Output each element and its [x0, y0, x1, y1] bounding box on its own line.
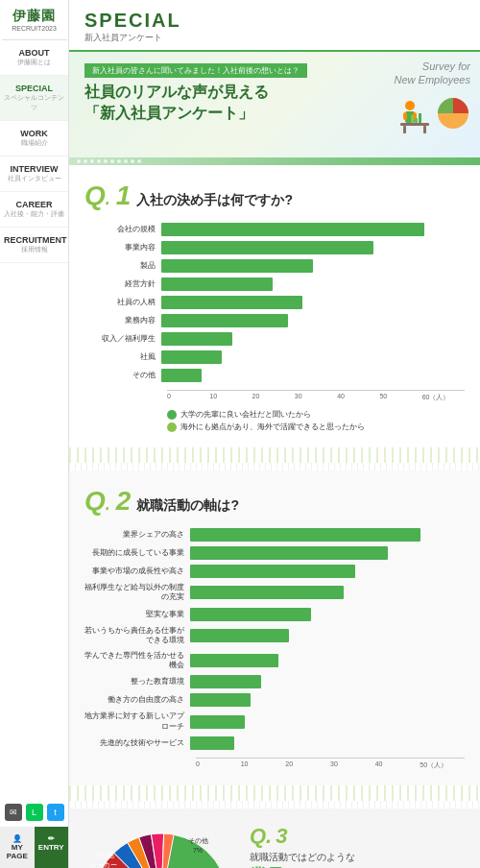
- sidebar: 伊藤園 RECRUIT2023 ABOUT 伊藤園とは SPECIAL スペシャ…: [0, 0, 69, 868]
- sidebar-item-recruitment[interactable]: RECRUITMENT 採用情報: [0, 228, 68, 263]
- q3-digit: 3: [276, 824, 287, 849]
- sidebar-item-special[interactable]: SPECIAL スペシャルコンテンツ: [0, 76, 68, 121]
- bar-label: 堅実な事業: [84, 610, 190, 619]
- nav-label-work: WORK: [4, 129, 64, 138]
- bar-row: 学んできた専門性を活かせる機会: [84, 651, 465, 671]
- q1-axis: 0102030405060（人）: [167, 390, 465, 402]
- deco-row-1: [69, 157, 480, 165]
- twitter-icon[interactable]: t: [47, 804, 64, 821]
- bar-label: 会社の規模: [84, 225, 161, 234]
- bar-fill: [161, 277, 273, 291]
- hero-title-line1: 社員のリアルな声が見える: [84, 84, 269, 100]
- handwriting-line1: Survey for: [422, 60, 470, 72]
- bar-fill: [190, 565, 355, 578]
- svg-rect-3: [403, 112, 407, 120]
- sidebar-item-about[interactable]: ABOUT 伊藤園とは: [0, 40, 68, 76]
- bar-label: 経営方針: [84, 279, 161, 289]
- bar-row: 事業内容: [84, 241, 465, 254]
- bar-row: 製品: [84, 259, 465, 273]
- bar-fill: [190, 546, 388, 560]
- bar-row: 長期的に成長している事業: [84, 546, 465, 560]
- sidebar-item-work[interactable]: WORK 職場紹介: [0, 121, 68, 157]
- q1-digit: 1: [116, 181, 132, 211]
- bar-container: [190, 736, 465, 750]
- q2-axis: 01020304050（人）: [196, 758, 465, 770]
- bar-container: [190, 675, 465, 688]
- q1-legend: 大学の先輩に良い会社だと聞いたから海外にも拠点があり、海外で活躍できると思ったか…: [167, 410, 465, 432]
- bar-container: [161, 332, 465, 346]
- svg-rect-7: [423, 126, 426, 133]
- page-title: SPECIAL: [84, 10, 465, 32]
- q2-digit: 2: [116, 486, 132, 517]
- q3-pie-chart: 飲料食品メーカー70.6%その他7%その他メーカー: [84, 824, 238, 868]
- hero-title-line2: 「新入社員アンケート」: [84, 105, 253, 121]
- q3-pie-area: 飲料食品メーカー70.6%その他7%その他メーカー: [84, 824, 238, 868]
- pencil-icon: ✏: [36, 834, 67, 843]
- bar-label: その他: [84, 371, 161, 380]
- bar-container: [190, 586, 465, 599]
- bar-fill: [190, 715, 245, 729]
- bar-fill: [190, 586, 344, 599]
- bar-fill: [190, 736, 234, 750]
- bar-row: 経営方針: [84, 277, 465, 291]
- q3-question-line1: 就職活動ではどのような: [250, 851, 465, 864]
- sidebar-item-interview[interactable]: INTERVIEW 社員インタビュー: [0, 157, 68, 192]
- q3-q-label: Q. 3: [250, 824, 465, 849]
- pie-other-maker-label2: メーカー: [90, 861, 117, 868]
- mail-icon[interactable]: ✉: [5, 804, 22, 821]
- bar-fill: [190, 608, 311, 621]
- bar-label: 収入／福利厚生: [84, 334, 161, 344]
- mypage-label: MY PAGE: [7, 843, 28, 860]
- bar-row: 地方業界に対する新しいアプローチ: [84, 711, 465, 732]
- mypage-button[interactable]: 👤 MY PAGE: [0, 827, 35, 868]
- bar-label: 業界シェアの高さ: [84, 530, 190, 540]
- entry-button[interactable]: ✏ ENTRY: [35, 827, 69, 868]
- bar-row: 福利厚生など給与以外の制度の充実: [84, 583, 465, 603]
- q3-right: Q. 3 就職活動ではどのような 業界を見ていましたか? 飲料食品メーカーメディ…: [250, 824, 465, 868]
- axis-tick: 20: [285, 760, 330, 770]
- legend-item: 海外にも拠点があり、海外で活躍できると思ったから: [167, 422, 465, 432]
- bar-fill: [190, 675, 261, 688]
- bar-fill: [161, 369, 202, 382]
- bar-container: [190, 693, 465, 707]
- q3-industry-title: 業界を見ていましたか?: [250, 864, 465, 868]
- bar-row: 社風: [84, 350, 465, 364]
- sidebar-item-career[interactable]: CAREER 入社後・能力・評価: [0, 192, 68, 228]
- q3-section: 飲料食品メーカー70.6%その他7%その他メーカー Q. 3 就職活動ではどのよ…: [69, 808, 480, 868]
- q1-text: 入社の決め手は何ですか?: [136, 192, 293, 209]
- nav-sub-about: 伊藤園とは: [4, 58, 64, 67]
- bar-label: 整った教育環境: [84, 677, 190, 687]
- entry-label: ENTRY: [38, 843, 64, 852]
- line-icon[interactable]: L: [26, 804, 43, 821]
- bar-container: [161, 296, 465, 309]
- bar-container: [161, 223, 465, 236]
- hero-section: 新入社員の皆さんに聞いてみました！入社前後の想いとは？ 社員のリアルな声が見える…: [69, 52, 480, 157]
- legend-dot: [167, 410, 177, 420]
- sidebar-nav: ABOUT 伊藤園とは SPECIAL スペシャルコンテンツ WORK 職場紹介…: [0, 40, 68, 798]
- nav-sub-recruitment: 採用情報: [4, 245, 64, 254]
- bar-container: [190, 715, 465, 729]
- svg-point-1: [405, 101, 415, 110]
- sidebar-logo: 伊藤園 RECRUIT2023: [2, 0, 67, 40]
- bar-row: その他: [84, 369, 465, 382]
- section-divider-1: [69, 447, 480, 463]
- bar-label: 先進的な技術やサービス: [84, 738, 190, 748]
- svg-rect-5: [400, 123, 429, 126]
- bar-label: 社風: [84, 352, 161, 362]
- axis-tick: 10: [209, 393, 252, 402]
- bar-container: [190, 546, 465, 560]
- bar-label: 業務内容: [84, 316, 161, 326]
- pie-other-maker-label: その他: [94, 852, 114, 859]
- bar-container: [190, 608, 465, 621]
- legend-text: 大学の先輩に良い会社だと聞いたから: [180, 410, 311, 420]
- svg-rect-8: [411, 115, 414, 123]
- pie-other-label: その他: [188, 837, 208, 845]
- person-icon: 👤: [2, 834, 33, 843]
- bar-container: [190, 629, 465, 642]
- bar-row: 業務内容: [84, 314, 465, 327]
- bar-container: [161, 277, 465, 291]
- axis-tick: 40: [375, 760, 420, 770]
- bar-label: 事業内容: [84, 243, 161, 253]
- bar-label: 地方業界に対する新しいアプローチ: [84, 711, 190, 732]
- svg-rect-6: [403, 126, 406, 133]
